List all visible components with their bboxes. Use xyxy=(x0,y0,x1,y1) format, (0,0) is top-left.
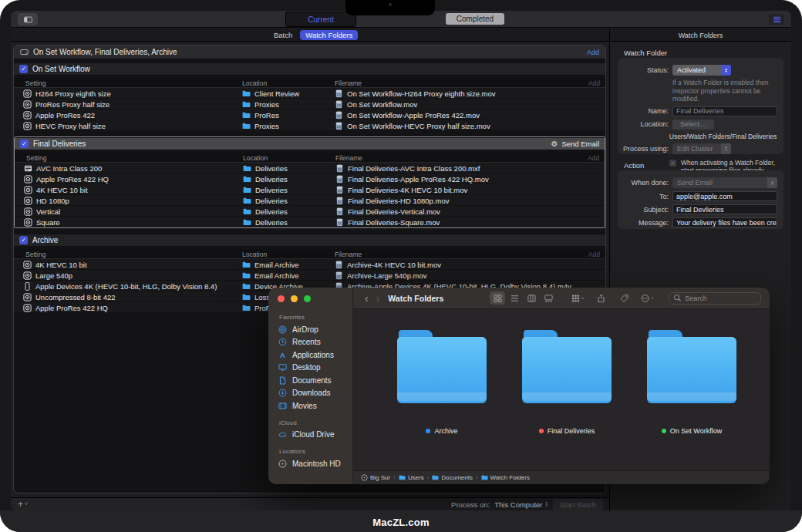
group-checkbox[interactable]: ✓ xyxy=(20,140,29,148)
sidebar-item-documents[interactable]: Documents xyxy=(268,374,352,387)
group-checkbox[interactable]: ✓ xyxy=(19,65,28,73)
output-filename: On Set Workflow-H264 Proxy eighth size.m… xyxy=(347,89,496,98)
view-switch-bar: Batch Watch Folders Watch Folders xyxy=(11,29,791,42)
popup-stepper-icon: ▲▼ xyxy=(767,177,777,188)
group-by-button[interactable]: ˅ xyxy=(570,291,585,305)
list-view-button[interactable] xyxy=(507,291,522,305)
group-name: Archive xyxy=(32,236,58,244)
batch-header[interactable]: On Set Workflow, Final Deliveries, Archi… xyxy=(14,45,605,59)
process-using-popup[interactable]: Edit Cluster▲▼ xyxy=(672,143,731,154)
column-view-button[interactable] xyxy=(524,291,539,305)
sidebar-item-macintosh-hd[interactable]: Macintosh HD xyxy=(268,457,352,470)
setting-row[interactable]: SquareDeliveriesFinal Deliveries-Square.… xyxy=(15,217,605,227)
sidebar-section-title: iCloud xyxy=(268,412,352,429)
add-batch-button[interactable]: +˅ xyxy=(18,500,28,509)
tab-current[interactable]: Current xyxy=(285,12,356,27)
setting-icon xyxy=(24,175,32,184)
process-on-select[interactable]: This Computer▲▼ xyxy=(494,500,548,509)
zoom-button[interactable] xyxy=(304,295,311,302)
subject-label: Subject: xyxy=(618,206,669,214)
sidebar-item-movies[interactable]: Movies xyxy=(268,399,352,412)
finder-window: FavoritesAirDropRecentsAApplicationsDesk… xyxy=(268,288,770,484)
setting-row[interactable]: VerticalDeliveriesFinal Deliveries-Verti… xyxy=(15,206,605,217)
tab-watch-folders[interactable]: Watch Folders xyxy=(300,30,358,40)
path-icon xyxy=(432,474,439,481)
column-location: Location xyxy=(242,79,267,87)
name-field[interactable]: Final Deliveries xyxy=(672,106,777,116)
watch-folder-group[interactable]: ✓On Set WorkflowSettingLocationFilenameA… xyxy=(14,62,605,131)
folder-label: On Set Workflow xyxy=(662,427,722,435)
location-select-button[interactable]: Select… xyxy=(672,120,714,130)
share-button[interactable] xyxy=(593,291,608,305)
column-headers: SettingLocationFilenameAdd xyxy=(14,78,605,88)
sidebar-toggle-button[interactable] xyxy=(18,13,38,25)
setting-row[interactable]: H264 Proxy eighth sizeClient ReviewOn Se… xyxy=(14,88,605,99)
setting-name: Large 540p xyxy=(35,271,72,280)
add-setting-link[interactable]: Add xyxy=(588,154,599,162)
batch-monitor-button[interactable] xyxy=(769,14,784,25)
setting-row[interactable]: AVC Intra Class 200DeliveriesFinal Deliv… xyxy=(15,163,605,173)
setting-row[interactable]: ProRes Proxy half sizeProxiesOn Set Work… xyxy=(14,99,605,109)
tags-button[interactable] xyxy=(616,291,632,305)
back-button[interactable]: ‹ xyxy=(361,293,372,304)
setting-row[interactable]: 4K HEVC 10 bitEmail ArchiveArchive-4K HE… xyxy=(14,259,605,270)
file-icon xyxy=(335,175,344,184)
status-popup[interactable]: Activated▲▼ xyxy=(672,65,731,76)
folder-item-archive[interactable]: Archive xyxy=(393,330,490,435)
sidebar-item-label: Documents xyxy=(292,376,332,385)
add-watch-folder-link[interactable]: Add xyxy=(587,49,599,56)
sidebar-item-airdrop[interactable]: AirDrop xyxy=(268,323,352,336)
minimize-button[interactable] xyxy=(291,295,298,302)
send-email-button[interactable]: ⚙Send Email xyxy=(551,140,599,148)
path-item[interactable]: Big Sur xyxy=(361,474,390,481)
setting-name: Square xyxy=(36,218,60,227)
setting-row[interactable]: Apple ProRes 422ProResOn Set Workflow-Ap… xyxy=(14,109,605,120)
setting-icon xyxy=(24,207,32,216)
watch-folder-group[interactable]: ✓Final Deliveries⚙Send EmailSettingLocat… xyxy=(14,136,605,228)
setting-icon xyxy=(24,218,32,227)
tab-batch[interactable]: Batch xyxy=(268,30,298,40)
airdrop-icon xyxy=(278,325,287,334)
column-filename: Filename xyxy=(335,251,362,258)
folder-item-on-set-workflow[interactable]: On Set Workflow xyxy=(643,330,740,435)
sidebar-item-icloud-drive[interactable]: iCloud Drive xyxy=(268,429,352,442)
folder-item-final-deliveries[interactable]: Final Deliveries xyxy=(518,330,615,435)
setting-row[interactable]: Large 540pEmail ArchiveArchive-Large 540… xyxy=(14,270,605,281)
path-item[interactable]: Users xyxy=(399,474,424,481)
path-item-label: Documents xyxy=(441,474,472,481)
search-field[interactable]: Search xyxy=(669,292,761,305)
start-batch-button[interactable]: Start Batch xyxy=(553,499,603,510)
more-actions-button[interactable]: ˅ xyxy=(639,291,655,305)
applications-icon: A xyxy=(278,351,287,359)
when-done-popup[interactable]: Send Email▲▼ xyxy=(672,177,777,188)
gallery-view-button[interactable] xyxy=(541,291,556,305)
activate-checkbox[interactable]: ✓ xyxy=(669,160,676,167)
add-setting-link[interactable]: Add xyxy=(588,251,600,258)
path-item[interactable]: Watch Folders xyxy=(481,474,530,481)
column-headers: SettingLocationFilenameAdd xyxy=(14,249,605,259)
share-icon xyxy=(597,294,605,302)
sidebar-item-applications[interactable]: AApplications xyxy=(268,348,352,362)
to-field[interactable]: apple@apple.com xyxy=(672,191,777,201)
sidebar-item-downloads[interactable]: Downloads xyxy=(268,387,352,400)
setting-row[interactable]: 4K HEVC 10 bitDeliveriesFinal Deliveries… xyxy=(15,184,605,195)
sidebar-item-desktop[interactable]: Desktop xyxy=(268,362,352,375)
path-item[interactable]: Documents xyxy=(432,474,472,481)
add-setting-link[interactable]: Add xyxy=(588,79,600,87)
tab-completed[interactable]: Completed xyxy=(446,13,504,25)
setting-name: Apple ProRes 422 HQ xyxy=(36,175,109,184)
path-icon xyxy=(399,474,406,481)
icon-view-button[interactable] xyxy=(490,291,505,305)
sidebar-item-recents[interactable]: Recents xyxy=(268,336,352,349)
forward-button[interactable]: › xyxy=(372,293,384,304)
view-segmented-control: Batch Watch Folders xyxy=(268,29,358,41)
group-checkbox[interactable]: ✓ xyxy=(19,236,28,244)
setting-row[interactable]: Apple ProRes 422 HQDeliveriesFinal Deliv… xyxy=(15,173,605,184)
app-window: Current Completed Batch Watch Folders Wa… xyxy=(11,11,791,510)
close-button[interactable] xyxy=(278,295,285,302)
subject-field[interactable]: Final Devlieries xyxy=(672,204,777,214)
setting-row[interactable]: HD 1080pDeliveriesFinal Deliveries-HD 10… xyxy=(15,195,605,206)
process-on-label: Process on: xyxy=(451,500,490,509)
setting-row[interactable]: HEVC Proxy half sizeProxiesOn Set Workfl… xyxy=(14,120,605,131)
message-field[interactable]: Your delivery files have been created xyxy=(672,217,777,227)
